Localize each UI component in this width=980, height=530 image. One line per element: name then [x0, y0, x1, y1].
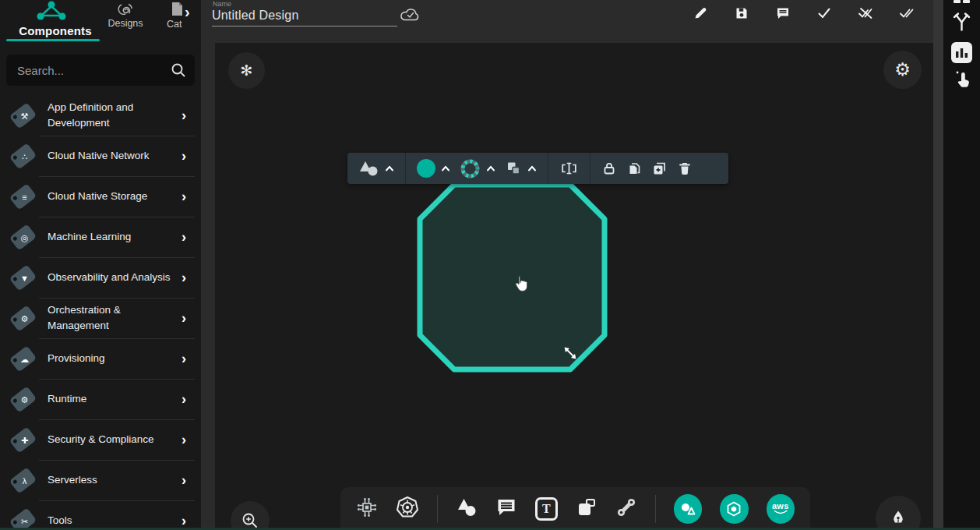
canvas-settings-button[interactable]: ⚙ [883, 51, 922, 89]
tab-components[interactable]: Components [10, 24, 100, 37]
category-item-app-definition[interactable]: ⚒ App Definition and Development › [0, 95, 201, 136]
touch-mode-button[interactable] [952, 69, 971, 90]
kubernetes-tool[interactable] [396, 496, 419, 522]
search-input[interactable] [6, 55, 195, 86]
rename-button[interactable] [559, 161, 579, 176]
chart-panel-button[interactable] [951, 42, 972, 63]
tag-icon: ✂ [6, 504, 39, 530]
grid-partial-icon[interactable] [954, 0, 970, 5]
chevron-right-icon: › [182, 229, 193, 246]
edge-tool[interactable] [615, 496, 637, 521]
note-tool[interactable] [576, 496, 598, 521]
comment-tool[interactable] [495, 496, 517, 521]
chevron-up-icon [527, 165, 537, 171]
tag-icon: ✚ [6, 423, 39, 456]
pen-nib-button[interactable] [876, 496, 921, 530]
category-item-security[interactable]: ✚ Security & Compliance › [0, 419, 201, 460]
category-glyph-icon: ⚙ [6, 302, 39, 334]
category-item-runtime[interactable]: ⚙ Runtime › [0, 379, 201, 419]
category-label: Cloud Native Network [48, 148, 172, 164]
app-window: ✻ ⚙ [0, 0, 980, 530]
aws-label: aws [772, 502, 789, 510]
copy-icon [626, 161, 642, 176]
uncheck-all-button[interactable] [857, 5, 874, 22]
check-all-button[interactable] [898, 5, 915, 22]
category-label: Observability and Analysis [48, 270, 172, 285]
category-item-tools[interactable]: ✂ Tools › [0, 500, 201, 530]
design-canvas[interactable]: ✻ ⚙ [215, 43, 933, 530]
chevron-right-icon: › [182, 351, 193, 367]
category-glyph-icon: ▼ [6, 261, 39, 294]
tab-catalog[interactable]: Cat [167, 19, 182, 30]
category-list: ⚒ App Definition and Development › ∴ Clo… [0, 95, 201, 530]
chevron-right-icon: › [182, 148, 193, 164]
arrange-button[interactable] [505, 160, 537, 177]
toolbar-divider [590, 153, 590, 184]
text-tool-label: T [542, 502, 551, 516]
category-item-observability[interactable]: ▼ Observability and Analysis › [0, 257, 201, 298]
sidebar-tabs: Components Designs Cat › [0, 0, 201, 45]
category-label: Machine Learning [48, 229, 172, 245]
meshery-shapes-badge[interactable] [674, 494, 702, 524]
tag-icon: ▼ [6, 261, 39, 294]
category-glyph-icon: ≡ [6, 180, 39, 213]
category-item-provisioning[interactable]: ☁ Provisioning › [0, 338, 201, 379]
right-dock [943, 0, 980, 530]
search-icon[interactable] [171, 62, 186, 78]
y-branch-icon [952, 12, 971, 33]
save-button[interactable] [733, 5, 750, 22]
kubernetes-badge[interactable] [720, 494, 748, 524]
check-icon [816, 5, 832, 21]
tab-designs[interactable]: Designs [104, 18, 147, 29]
check-button[interactable] [816, 5, 833, 22]
tag-icon: ◎ [6, 221, 39, 253]
category-item-machine-learning[interactable]: ◎ Machine Learning › [0, 217, 201, 257]
fill-color-button[interactable] [417, 159, 450, 178]
stroke-color-button[interactable] [460, 158, 495, 179]
category-label: Runtime [48, 391, 172, 407]
chevron-up-icon [486, 165, 495, 171]
delete-button[interactable] [677, 161, 693, 176]
lock-button[interactable] [601, 161, 617, 176]
zoom-in-button[interactable] [231, 501, 270, 530]
chevron-right-icon: › [182, 391, 193, 408]
shape-toolbar [347, 153, 728, 184]
shapes-icon [456, 496, 478, 518]
scrollbar[interactable] [933, 0, 943, 530]
shapes-tool[interactable] [456, 496, 478, 521]
tabs-scroll-right-icon[interactable]: › [185, 3, 190, 21]
component-circuit-tool[interactable] [356, 496, 378, 521]
category-item-serverless[interactable]: λ Serverless › [0, 460, 201, 500]
copy-add-button[interactable] [651, 161, 668, 177]
rename-icon [559, 161, 579, 176]
category-item-cloud-native-storage[interactable]: ≡ Cloud Native Storage › [0, 176, 201, 217]
category-item-cloud-native-network[interactable]: ∴ Cloud Native Network › [0, 136, 201, 176]
arrange-layers-icon [505, 160, 522, 177]
text-tool[interactable]: T [535, 497, 558, 521]
comment-button[interactable] [774, 5, 791, 22]
category-glyph-icon: ✚ [6, 423, 39, 456]
category-item-orchestration[interactable]: ⚙ Orchestration & Management › [0, 298, 201, 338]
chevron-right-icon: › [182, 310, 193, 327]
designs-rose-icon [115, 2, 135, 19]
category-label: Security & Compliance [48, 432, 172, 447]
aws-badge[interactable]: aws [767, 494, 795, 524]
flower-button[interactable]: ✻ [228, 52, 265, 89]
category-glyph-icon: λ [6, 464, 39, 496]
catalog-doc-icon [169, 1, 185, 17]
dock-divider [655, 495, 656, 523]
toolbar-divider [548, 153, 548, 184]
chevron-up-icon [385, 165, 394, 171]
y-branch-button[interactable] [952, 12, 971, 33]
copy-button[interactable] [626, 161, 642, 176]
save-icon [734, 5, 749, 21]
trash-icon [677, 161, 693, 176]
edit-button[interactable] [692, 5, 709, 22]
shape-picker-button[interactable] [358, 159, 394, 178]
design-header: Name Untitled Design [201, 0, 933, 43]
resize-handle-icon[interactable] [562, 344, 579, 362]
design-name-input[interactable]: Untitled Design [212, 9, 299, 23]
stroke-color-swatch [460, 158, 481, 179]
category-label: Serverless [48, 472, 172, 488]
name-field-label: Name [213, 0, 231, 8]
